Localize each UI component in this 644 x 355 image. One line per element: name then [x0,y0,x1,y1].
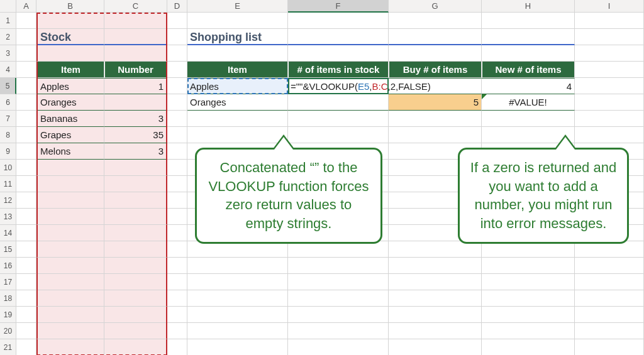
col-header-C[interactable]: C [104,0,167,13]
cell-C15[interactable] [104,241,167,258]
cell-H1[interactable] [482,13,575,29]
cell-C9[interactable]: 3 [104,143,167,160]
cell-A9[interactable] [16,143,36,160]
cell-H21[interactable] [482,339,575,355]
cell-A8[interactable] [16,127,36,143]
col-header-I[interactable]: I [575,0,644,13]
cell-C10[interactable] [104,160,167,176]
row-header[interactable]: 18 [0,290,16,307]
cell-B16[interactable] [36,258,104,274]
cell-D4[interactable] [167,62,187,78]
cell-E5[interactable]: Apples [187,78,288,94]
cell-G1[interactable] [389,13,482,29]
row-header[interactable]: 14 [0,225,16,241]
cell-B3[interactable] [36,45,104,62]
cell-E2[interactable]: Shopping list [187,29,288,45]
cell-D3[interactable] [167,45,187,62]
cell-A2[interactable] [16,29,36,45]
cell-A5[interactable] [16,78,36,94]
col-header-D[interactable]: D [167,0,187,13]
cell-H18[interactable] [482,290,575,307]
cell-F2[interactable] [288,29,389,45]
cell-B9[interactable]: Melons [36,143,104,160]
cell-F15[interactable] [288,241,389,258]
cell-G2[interactable] [389,29,482,45]
cell-B2[interactable]: Stock [36,29,104,45]
cell-D20[interactable] [167,323,187,339]
cell-H2[interactable] [482,29,575,45]
cell-G21[interactable] [389,339,482,355]
cell-A13[interactable] [16,209,36,225]
cell-H3[interactable] [482,45,575,62]
row-header[interactable]: 10 [0,160,16,176]
cell-E18[interactable] [187,290,288,307]
cell-D21[interactable] [167,339,187,355]
cell-A17[interactable] [16,274,36,290]
cell-A18[interactable] [16,290,36,307]
cell-D7[interactable] [167,111,187,127]
cell-G7[interactable] [389,111,482,127]
cell-A16[interactable] [16,258,36,274]
cell-F8[interactable] [288,127,389,143]
cell-B14[interactable] [36,225,104,241]
cell-H20[interactable] [482,323,575,339]
cell-D13[interactable] [167,209,187,225]
cell-B20[interactable] [36,323,104,339]
col-header-G[interactable]: G [389,0,482,13]
cell-G20[interactable] [389,323,482,339]
cell-B5[interactable]: Apples [36,78,104,94]
cell-H17[interactable] [482,274,575,290]
row-header[interactable]: 4 [0,62,16,78]
cell-D1[interactable] [167,13,187,29]
col-header-B[interactable]: B [36,0,104,13]
cell-D5[interactable] [167,78,187,94]
cell-F5[interactable]: =""&VLOOKUP(E5,B:C,2,FALSE) [288,78,389,94]
cell-F6[interactable] [288,94,389,111]
cell-F20[interactable] [288,323,389,339]
cell-E19[interactable] [187,307,288,323]
cell-I2[interactable] [575,29,644,45]
cell-A4[interactable] [16,62,36,78]
cell-A1[interactable] [16,13,36,29]
cell-I20[interactable] [575,323,644,339]
cell-B4[interactable]: Item [36,62,104,78]
cell-C19[interactable] [104,307,167,323]
cell-E16[interactable] [187,258,288,274]
cell-D15[interactable] [167,241,187,258]
cell-A21[interactable] [16,339,36,355]
cell-C14[interactable] [104,225,167,241]
cell-I8[interactable] [575,127,644,143]
row-header[interactable]: 8 [0,127,16,143]
cell-G6[interactable]: 5 [389,94,482,111]
cell-F3[interactable] [288,45,389,62]
cell-I19[interactable] [575,307,644,323]
cell-H15[interactable] [482,241,575,258]
row-header[interactable]: 12 [0,192,16,209]
cell-F18[interactable] [288,290,389,307]
cell-B11[interactable] [36,176,104,192]
cell-C12[interactable] [104,192,167,209]
cell-I3[interactable] [575,45,644,62]
cell-E6[interactable]: Oranges [187,94,288,111]
cell-F21[interactable] [288,339,389,355]
cell-H5[interactable]: 4 [482,78,575,94]
cell-H6[interactable]: #VALUE! [482,94,575,111]
cell-E7[interactable] [187,111,288,127]
cell-B6[interactable]: Oranges [36,94,104,111]
cell-I17[interactable] [575,274,644,290]
row-header[interactable]: 7 [0,111,16,127]
cell-E3[interactable] [187,45,288,62]
cell-E21[interactable] [187,339,288,355]
cell-C4[interactable]: Number [104,62,167,78]
cell-D6[interactable] [167,94,187,111]
cell-B7[interactable]: Bananas [36,111,104,127]
cell-B18[interactable] [36,290,104,307]
cell-A11[interactable] [16,176,36,192]
cell-H16[interactable] [482,258,575,274]
cell-C3[interactable] [104,45,167,62]
cell-C5[interactable]: 1 [104,78,167,94]
cell-C11[interactable] [104,176,167,192]
cell-H19[interactable] [482,307,575,323]
cell-F19[interactable] [288,307,389,323]
cell-C7[interactable]: 3 [104,111,167,127]
